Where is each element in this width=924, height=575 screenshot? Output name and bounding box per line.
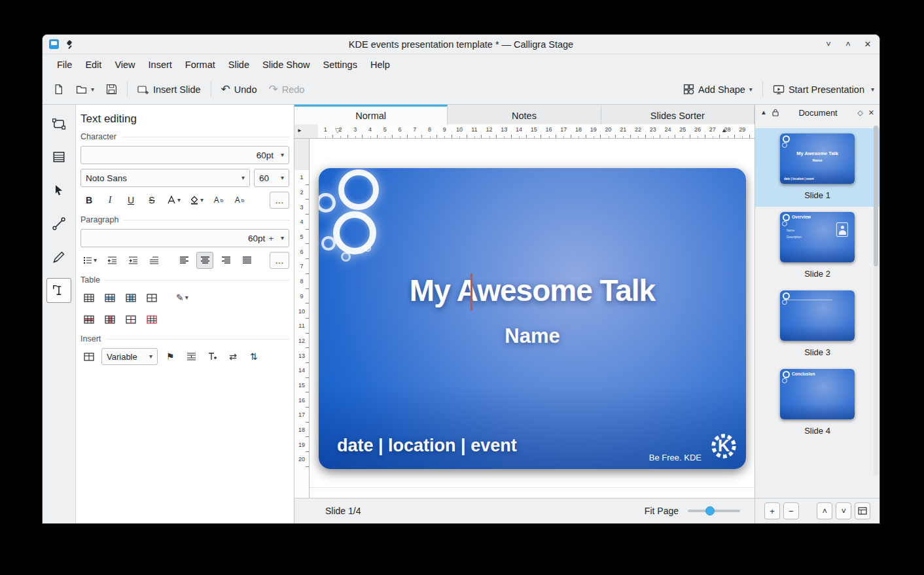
highlight-chevron-icon[interactable]: ▾ xyxy=(200,197,204,203)
split-sections-button[interactable]: ⇅ xyxy=(245,348,262,365)
toolbar-overflow-chevron-icon[interactable]: ▾ xyxy=(871,86,874,93)
list-style-button[interactable]: ▾ xyxy=(80,252,99,269)
paragraph-style-plus-icon[interactable]: + xyxy=(268,234,274,243)
slide-footer-text[interactable]: date | location | event xyxy=(337,436,517,456)
tab-notes[interactable]: Notes xyxy=(448,105,601,124)
open-chevron-icon[interactable]: ▾ xyxy=(91,86,94,93)
thumbnail-scrollbar-handle[interactable] xyxy=(874,126,878,266)
thumbnail-scrollbar[interactable] xyxy=(874,126,878,476)
insert-variable-combo[interactable]: Variable ▾ xyxy=(101,348,158,365)
undo-button[interactable]: ↶ Undo xyxy=(216,80,262,99)
menu-settings[interactable]: Settings xyxy=(317,57,364,73)
delete-column-button[interactable] xyxy=(101,311,118,328)
underline-button[interactable]: U xyxy=(122,192,139,209)
zoom-mode-label[interactable]: Fit Page xyxy=(645,506,679,516)
zoom-slider-handle[interactable] xyxy=(705,506,715,515)
insert-text-button[interactable] xyxy=(204,348,221,365)
docker-lock-icon[interactable] xyxy=(772,109,779,116)
slide-canvas[interactable]: 1234567891011121314151617181920 My Aweso… xyxy=(294,139,755,498)
indent-marker-right[interactable]: ▲ xyxy=(721,128,727,133)
move-slide-down-button[interactable]: ˅ xyxy=(836,502,851,519)
slide-thumbnail-item[interactable]: OverviewNameDescriptionSlide 2 xyxy=(755,207,880,285)
vertical-ruler[interactable]: 1234567891011121314151617181920 xyxy=(294,139,310,498)
start-presentation-button[interactable]: Start Presentation xyxy=(768,80,870,99)
delete-slide-button[interactable]: − xyxy=(783,502,799,519)
window-maximize-button[interactable]: ˄ xyxy=(843,39,853,49)
horizontal-ruler[interactable]: ► 12345678910111213141516171819202122232… xyxy=(294,124,755,139)
list-style-chevron-icon[interactable]: ▾ xyxy=(94,257,97,264)
delete-row-button[interactable] xyxy=(80,311,98,328)
window-close-button[interactable]: ✕ xyxy=(862,39,873,49)
font-color-chevron-icon[interactable]: ▾ xyxy=(177,197,181,203)
align-right-button[interactable] xyxy=(217,252,234,269)
tab-slides-sorter[interactable]: Slides Sorter xyxy=(601,105,755,124)
edit-shapes-tool[interactable] xyxy=(46,111,71,136)
slide-thumbnail[interactable]: My Awesome TalkNamedate | location | eve… xyxy=(780,133,855,184)
font-family-combo[interactable]: Noto Sans ▾ xyxy=(80,169,250,187)
docker-collapse-icon[interactable]: ▲ xyxy=(760,109,767,116)
slide-title-text[interactable]: My Awesome Talk xyxy=(319,273,746,308)
table-border-pen-button[interactable]: ✎ ▾ xyxy=(173,289,191,306)
align-center-button[interactable] xyxy=(196,252,213,269)
insert-table-button[interactable] xyxy=(80,289,98,306)
menu-insert[interactable]: Insert xyxy=(142,57,179,73)
menu-help[interactable]: Help xyxy=(364,57,397,73)
slide-thumbnail-item[interactable]: My Awesome TalkNamedate | location | eve… xyxy=(755,128,880,207)
insert-section-button[interactable] xyxy=(183,348,200,365)
menu-slide-show[interactable]: Slide Show xyxy=(256,57,317,73)
font-color-button[interactable]: ▾ xyxy=(164,192,183,209)
increase-indent-button[interactable] xyxy=(124,252,141,269)
slide-thumbnail-item[interactable]: Slide 3 xyxy=(755,285,880,364)
connector-tool[interactable] xyxy=(46,211,71,236)
default-pointer-tool[interactable] xyxy=(46,178,71,203)
merge-cells-button[interactable] xyxy=(143,289,160,306)
save-button[interactable] xyxy=(101,80,122,99)
split-cells-button[interactable] xyxy=(122,311,139,328)
menu-slide[interactable]: Slide xyxy=(222,57,256,73)
new-document-button[interactable] xyxy=(48,80,69,99)
delete-table-button[interactable] xyxy=(143,311,160,328)
slide-editing-area[interactable]: My Awesome Talk Name date | location | e… xyxy=(319,168,746,469)
font-size-combo[interactable]: 60 ▾ xyxy=(254,169,289,187)
docker-float-icon[interactable]: ◇ xyxy=(857,109,862,116)
titlebar[interactable]: KDE events presentation template * — Cal… xyxy=(43,35,880,54)
slide-thumbnail[interactable] xyxy=(780,290,855,341)
insert-frame-button[interactable] xyxy=(80,348,98,365)
window-shade-button[interactable]: ˅ xyxy=(823,39,834,49)
paragraph-more-button[interactable]: … xyxy=(270,252,289,269)
character-style-combo[interactable]: 60pt ▾ xyxy=(80,146,289,164)
insert-bookmark-button[interactable]: ⚑ xyxy=(162,348,179,365)
subscript-button[interactable]: Ab xyxy=(231,192,248,209)
menu-format[interactable]: Format xyxy=(179,57,222,73)
edit-frames-tool[interactable] xyxy=(46,145,71,169)
paragraph-style-combo[interactable]: 60pt + ▾ xyxy=(80,229,289,247)
highlight-color-button[interactable]: ▾ xyxy=(187,192,206,209)
docker-close-icon[interactable]: ✕ xyxy=(868,109,874,116)
menu-view[interactable]: View xyxy=(108,57,141,73)
menu-edit[interactable]: Edit xyxy=(79,57,108,73)
slide-subtitle-text[interactable]: Name xyxy=(319,324,746,348)
open-document-button[interactable]: ▾ xyxy=(71,80,99,99)
insert-column-button[interactable] xyxy=(122,289,139,306)
slide-thumbnail-item[interactable]: ConclusionSlide 4 xyxy=(755,364,880,442)
add-slide-button[interactable]: + xyxy=(764,502,780,519)
slide-thumbnail[interactable]: Conclusion xyxy=(780,369,855,419)
slide-thumbnail[interactable]: OverviewNameDescription xyxy=(780,212,855,262)
character-more-button[interactable]: … xyxy=(270,192,289,209)
insert-row-button[interactable] xyxy=(101,289,118,306)
align-left-button[interactable] xyxy=(175,252,192,269)
bold-button[interactable]: B xyxy=(80,192,98,209)
indent-marker-left[interactable]: ▽ xyxy=(335,128,340,134)
text-tool[interactable] xyxy=(46,278,71,303)
freehand-path-tool[interactable] xyxy=(46,245,71,270)
add-shape-button[interactable]: Add Shape ▾ xyxy=(678,80,758,99)
menu-file[interactable]: File xyxy=(50,57,79,73)
table-pen-chevron-icon[interactable]: ▾ xyxy=(185,294,188,301)
move-slide-up-button[interactable]: ˄ xyxy=(817,502,832,519)
redo-button[interactable]: ↷ Redo xyxy=(264,80,310,99)
tab-normal[interactable]: Normal xyxy=(294,105,448,124)
align-justify-button[interactable] xyxy=(238,252,255,269)
italic-button[interactable]: I xyxy=(101,192,118,209)
configure-sections-button[interactable]: ⇄ xyxy=(224,348,241,365)
zoom-slider[interactable] xyxy=(688,510,740,512)
